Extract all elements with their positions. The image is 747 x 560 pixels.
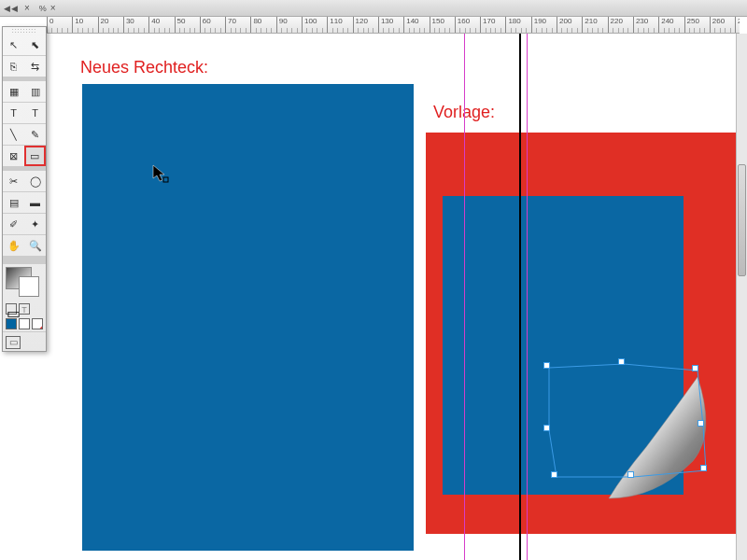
new-rectangle-shape[interactable]: [82, 84, 414, 551]
ruler-tick: 120: [353, 17, 368, 34]
selection-handle[interactable]: [543, 425, 550, 431]
apply-gradient-swatch[interactable]: [19, 318, 30, 329]
tab-close-icon[interactable]: ×: [24, 3, 30, 13]
ruler-tick: 240: [658, 17, 673, 34]
title-bar: ◀◀ × % ×: [0, 0, 747, 17]
ruler-tick: 160: [455, 17, 470, 34]
apply-color-swatch[interactable]: [6, 318, 17, 329]
selection-handle[interactable]: [692, 365, 698, 371]
selection-handle[interactable]: [543, 362, 550, 369]
formatting-text-icon[interactable]: T: [19, 303, 30, 315]
hand-tool[interactable]: ✋: [3, 235, 24, 256]
page-curl-shape[interactable]: [581, 358, 730, 503]
guide-black[interactable]: [519, 34, 521, 560]
type-path-tool[interactable]: T: [24, 103, 46, 123]
ruler-tick: 220: [608, 17, 623, 34]
ruler-tick: 210: [582, 17, 597, 34]
vertical-scrollbar[interactable]: [736, 34, 747, 560]
ruler-tick: 110: [327, 17, 342, 34]
content-grabber-tool[interactable]: ▥: [24, 81, 46, 102]
selection-handle[interactable]: [700, 465, 707, 471]
selection-handle[interactable]: [627, 471, 634, 478]
ruler-tick: 250: [684, 17, 699, 34]
frame-tool[interactable]: ⊠: [3, 146, 24, 166]
ruler-tick: 270: [735, 17, 740, 34]
selection-handle[interactable]: [698, 420, 704, 427]
stroke-swatch[interactable]: [19, 276, 39, 297]
rectangle-tool[interactable]: ▭: [24, 146, 46, 166]
selection-handle[interactable]: [551, 471, 557, 478]
pen-tool[interactable]: ✎: [24, 124, 46, 145]
selection-tool[interactable]: ↖: [3, 35, 24, 55]
selection-handle[interactable]: [618, 358, 625, 365]
tab-arrows-icon[interactable]: ◀◀: [4, 4, 19, 13]
apply-none-swatch[interactable]: [32, 318, 43, 329]
ruler-tick: 150: [430, 17, 444, 34]
tab-percent-label: %: [39, 4, 47, 13]
screen-mode-icon[interactable]: ▭: [6, 336, 21, 349]
ruler-tick: 190: [531, 17, 546, 34]
ruler-tick: 130: [378, 17, 393, 34]
guide-magenta-2[interactable]: [527, 34, 528, 560]
formatting-container-icon[interactable]: ▭: [6, 303, 17, 315]
free-transform-tool[interactable]: ◯: [24, 171, 46, 191]
tools-panel: ::::::::: ↖⬉⎘⇆▦▥TT╲✎⊠▭✂◯▤▬✐✦✋🔍 ▭ T ▭: [2, 26, 47, 352]
new-rectangle-label: Neues Rechteck:: [80, 58, 208, 77]
ruler-tick: 260: [710, 17, 725, 34]
content-tool[interactable]: ▦: [3, 81, 24, 102]
horizontal-ruler: 0102030405060708090100110120130140150160…: [47, 17, 740, 34]
guide-magenta-1[interactable]: [464, 34, 465, 560]
gap-tool[interactable]: ⇆: [24, 56, 46, 77]
document-canvas[interactable]: Neues Rechteck: Vorlage:: [47, 34, 736, 560]
scrollbar-thumb[interactable]: [738, 164, 746, 276]
note-tool[interactable]: ▤: [3, 192, 24, 213]
scissors-tool[interactable]: ✂: [3, 171, 24, 191]
svg-rect-0: [163, 177, 168, 182]
gradient-tool[interactable]: ▬: [24, 192, 46, 213]
toolbox-grip-icon[interactable]: :::::::::: [3, 27, 46, 35]
ruler-tick: 100: [302, 17, 317, 34]
ruler-tick: 230: [633, 17, 648, 34]
type-tool[interactable]: T: [3, 103, 24, 123]
ruler-tick: 200: [557, 17, 571, 34]
eyedropper-tool[interactable]: ✐: [3, 214, 24, 234]
page-tool[interactable]: ⎘: [3, 56, 24, 77]
tab-close-icon-2[interactable]: ×: [50, 3, 56, 13]
ruler-tick: 180: [505, 17, 520, 34]
zoom-tool[interactable]: 🔍: [24, 235, 46, 256]
direct-select-tool[interactable]: ⬉: [24, 35, 46, 55]
color-theme-tool[interactable]: ✦: [24, 214, 46, 234]
ruler-tick: 170: [480, 17, 495, 34]
cursor-icon: [152, 164, 169, 187]
line-tool[interactable]: ╲: [3, 124, 24, 145]
ruler-tick: 140: [403, 17, 418, 34]
